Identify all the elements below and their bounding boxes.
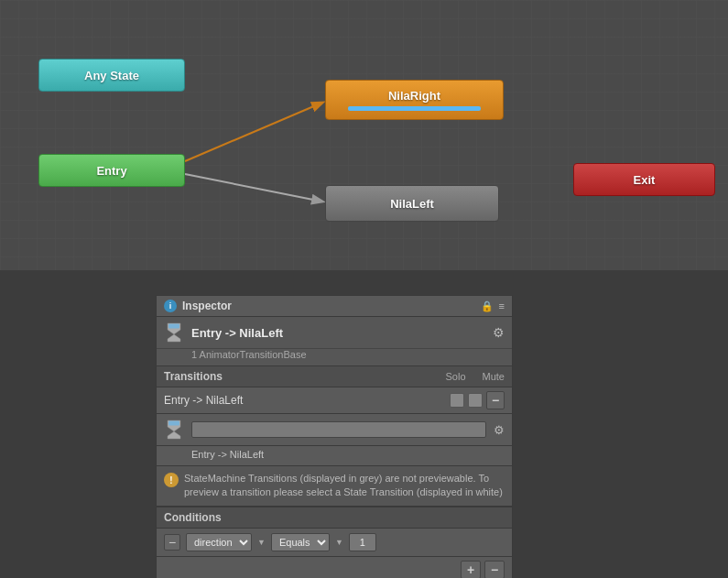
remove-transition-button[interactable]: − (486, 391, 505, 409)
transition-detail-row: ⚙ (157, 414, 512, 446)
transition-input-bar[interactable] (191, 421, 486, 438)
nila-right-node[interactable]: NilaRight (325, 80, 504, 120)
svg-line-1 (185, 174, 322, 202)
info-message: StateMachine Transitions (displayed in g… (184, 472, 505, 500)
transition-item-label: Entry -> NilaLeft (164, 394, 243, 407)
entry-node[interactable]: Entry (38, 154, 185, 187)
title-row: Entry -> NilaLeft ⚙ (157, 317, 512, 349)
svg-rect-3 (168, 324, 179, 329)
inspector-panel: i Inspector 🔒 ≡ Entry -> NilaLeft ⚙ 1 An… (156, 295, 513, 578)
detail-hourglass-icon (164, 420, 184, 440)
inspector-header: i Inspector 🔒 ≡ (157, 296, 512, 317)
bottom-buttons: + − (157, 557, 512, 578)
remove-condition-button[interactable]: − (164, 534, 180, 551)
svg-line-0 (185, 103, 322, 161)
conditions-row: − direction ▼ Equals ▼ 1 (157, 529, 512, 557)
detail-gear-button[interactable]: ⚙ (494, 423, 505, 437)
conditions-section-header: Conditions (157, 507, 512, 529)
add-condition-button[interactable]: + (461, 561, 481, 578)
transition-item-row[interactable]: Entry -> NilaLeft − (157, 387, 512, 414)
menu-button[interactable]: ≡ (499, 300, 505, 312)
info-icon: i (164, 300, 177, 312)
transitions-section-header: Transitions Solo Mute (157, 365, 512, 387)
mute-checkbox[interactable] (468, 393, 483, 408)
transition-title: Entry -> NilaLeft (191, 326, 283, 340)
conditions-label: Conditions (164, 511, 222, 524)
nila-left-node[interactable]: NilaLeft (325, 185, 499, 222)
exit-node[interactable]: Exit (573, 163, 715, 196)
condition-operator-select[interactable]: Equals (271, 533, 330, 551)
hourglass-icon (164, 322, 184, 343)
progress-bar (348, 106, 481, 111)
remove-last-condition-button[interactable]: − (484, 561, 505, 578)
info-box: ! StateMachine Transitions (displayed in… (157, 466, 512, 507)
svg-rect-5 (168, 421, 179, 426)
lock-button[interactable]: 🔒 (481, 300, 494, 312)
solo-checkbox[interactable] (450, 393, 464, 408)
inspector-title: Inspector (182, 300, 232, 312)
transition-controls: − (450, 391, 505, 409)
condition-field-select[interactable]: direction (186, 533, 252, 551)
transition-detail-label: Entry -> NilaLeft (157, 446, 512, 466)
animator-canvas: Any State Entry NilaRight NilaLeft Exit (0, 0, 728, 270)
operator-select-arrow: ▼ (335, 538, 343, 547)
condition-value[interactable]: 1 (349, 533, 376, 551)
transitions-label: Transitions (164, 370, 223, 383)
title-gear-button[interactable]: ⚙ (493, 325, 505, 340)
any-state-node[interactable]: Any State (38, 59, 185, 92)
subtitle-row: 1 AnimatorTransitionBase (157, 349, 512, 365)
solo-mute-labels: Solo Mute (446, 371, 505, 382)
header-icons: 🔒 ≡ (481, 300, 505, 312)
warning-icon: ! (164, 473, 179, 487)
field-select-arrow: ▼ (257, 538, 266, 547)
